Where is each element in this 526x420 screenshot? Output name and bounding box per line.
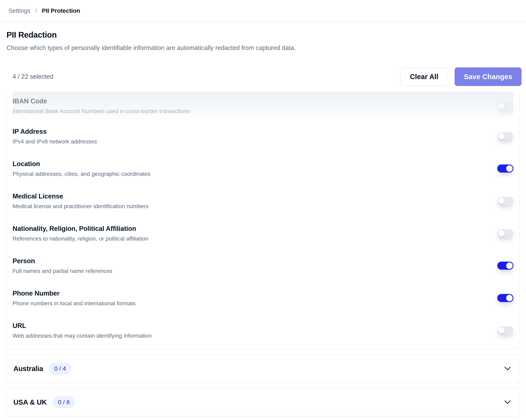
pii-row-ip-address: IP Address IPv4 and IPv6 network address… <box>12 120 514 152</box>
pii-row-text: Medical License Medical license and prac… <box>12 192 149 210</box>
pii-item-description: Full names and partial name references <box>12 268 112 274</box>
pii-item-description: Physical addresses, cities, and geograph… <box>12 171 151 177</box>
pii-item-name: IBAN Code <box>12 97 190 105</box>
group-card-usa-uk[interactable]: USA & UK 0 / 6 <box>6 388 520 417</box>
pii-row-text: IP Address IPv4 and IPv6 network address… <box>12 128 97 145</box>
medical-license-toggle[interactable] <box>497 197 514 205</box>
pii-item-name: Medical License <box>12 192 149 200</box>
pii-item-description: References to nationality, religion, or … <box>12 236 148 242</box>
breadcrumb-current-page: PII Protection <box>42 7 80 14</box>
group-count-badge: 0 / 6 <box>52 396 75 408</box>
toggle-knob <box>506 295 513 301</box>
pii-item-description: Web addresses that may contain identifyi… <box>12 333 152 339</box>
save-changes-button[interactable]: Save Changes <box>455 67 522 86</box>
pii-item-description: Medical license and practitioner identif… <box>12 203 149 210</box>
pii-row-text: Phone Number Phone numbers in local and … <box>12 289 136 307</box>
pii-row-text: Person Full names and partial name refer… <box>12 257 112 274</box>
toggle-knob <box>506 165 513 172</box>
pii-row-text: IBAN Code International Bank Account Num… <box>12 97 190 114</box>
pii-item-name: Location <box>12 160 151 168</box>
pii-row-nationality-religion-political: Nationality, Religion, Political Affilia… <box>12 217 514 249</box>
pii-protection-page: PII Redaction Choose which types of pers… <box>0 30 526 417</box>
pii-row-iban-code: IBAN Code International Bank Account Num… <box>12 92 514 120</box>
pii-item-description: International Bank Account Numbers used … <box>12 108 190 114</box>
pii-item-name: Phone Number <box>12 289 136 297</box>
nationality-toggle[interactable] <box>497 229 514 237</box>
controls-bar: 4 / 22 selected Clear All Save Changes <box>12 67 522 86</box>
pii-row-person: Person Full names and partial name refer… <box>12 249 514 282</box>
location-toggle[interactable] <box>497 164 514 173</box>
chevron-down-icon[interactable] <box>504 400 511 404</box>
pii-item-name: Person <box>12 257 112 265</box>
pii-row-location: Location Physical addresses, cities, and… <box>12 152 514 185</box>
group-count-badge: 0 / 4 <box>49 363 71 375</box>
group-card-australia[interactable]: Australia 0 / 4 <box>6 354 520 383</box>
iban-code-toggle[interactable] <box>497 102 514 110</box>
pii-item-name: Nationality, Religion, Political Affilia… <box>12 225 148 233</box>
breadcrumb-separator: / <box>35 7 37 14</box>
ip-address-toggle[interactable] <box>497 132 514 140</box>
url-toggle[interactable] <box>497 326 514 334</box>
pii-row-text: Nationality, Religion, Political Affilia… <box>12 225 148 242</box>
pii-item-description: IPv4 and IPv6 network addresses <box>12 138 97 145</box>
button-group: Clear All Save Changes <box>400 67 522 86</box>
page-subtitle: Choose which types of personally identif… <box>7 44 526 51</box>
pii-row-text: Location Physical addresses, cities, and… <box>12 160 151 177</box>
pii-items-list: IBAN Code International Bank Account Num… <box>6 92 520 349</box>
toggle-knob <box>498 230 505 236</box>
clear-all-button[interactable]: Clear All <box>400 67 448 86</box>
group-header: Australia 0 / 4 <box>13 363 71 375</box>
breadcrumb: Settings / PII Protection <box>0 0 526 22</box>
pii-row-text: URL Web addresses that may contain ident… <box>12 322 152 339</box>
person-toggle[interactable] <box>497 262 514 270</box>
pii-item-name: URL <box>12 322 152 329</box>
breadcrumb-settings-link[interactable]: Settings <box>9 7 30 14</box>
group-header: USA & UK 0 / 6 <box>13 396 75 408</box>
pii-row-url: URL Web addresses that may contain ident… <box>12 314 514 347</box>
pii-row-phone-number: Phone Number Phone numbers in local and … <box>12 282 514 314</box>
toggle-knob <box>506 262 513 269</box>
page-title: PII Redaction <box>7 30 526 40</box>
toggle-knob <box>498 198 505 204</box>
pii-item-description: Phone numbers in local and international… <box>12 300 136 307</box>
toggle-knob <box>498 133 505 139</box>
toggle-knob <box>498 327 505 334</box>
group-title: Australia <box>13 365 43 373</box>
group-title: USA & UK <box>13 398 47 406</box>
toggle-knob <box>498 102 505 109</box>
chevron-down-icon[interactable] <box>504 366 511 371</box>
pii-row-medical-license: Medical License Medical license and prac… <box>12 185 514 217</box>
selected-count: 4 / 22 selected <box>12 73 53 80</box>
phone-number-toggle[interactable] <box>497 294 514 302</box>
pii-item-name: IP Address <box>12 128 97 135</box>
